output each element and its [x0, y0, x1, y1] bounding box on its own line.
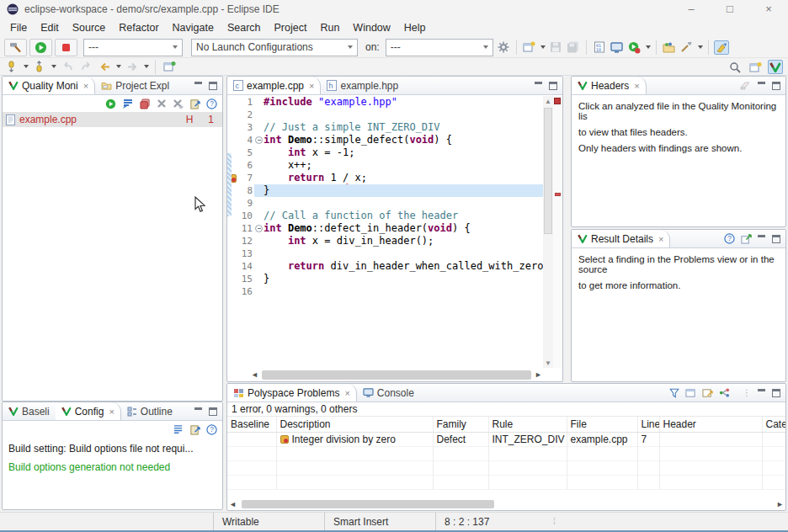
- search-icon[interactable]: [727, 60, 743, 74]
- problem-row[interactable]: Integer division by zeroDefectINT_ZERO_D…: [227, 432, 786, 446]
- menu-help[interactable]: Help: [397, 22, 433, 34]
- run-button[interactable]: [29, 39, 52, 56]
- maximize-view-icon[interactable]: [772, 389, 780, 397]
- run-history-button[interactable]: [627, 40, 642, 55]
- perspective-grid-icon[interactable]: [748, 60, 763, 74]
- build-button[interactable]: [4, 39, 27, 56]
- new-wizard-button[interactable]: [522, 40, 537, 55]
- back-history-button[interactable]: [97, 60, 112, 74]
- close-icon[interactable]: ×: [309, 81, 314, 91]
- menu-edit[interactable]: Edit: [34, 22, 66, 34]
- menu-search[interactable]: Search: [221, 22, 268, 34]
- forward-history-button[interactable]: [125, 60, 140, 74]
- open-type-button[interactable]: [662, 40, 677, 55]
- show-log-icon[interactable]: [122, 98, 134, 109]
- help-icon[interactable]: ?: [206, 98, 217, 109]
- link-results-icon[interactable]: [719, 388, 730, 398]
- code-line-5[interactable]: 5 int x = -1;: [227, 146, 543, 159]
- close-icon[interactable]: ×: [634, 81, 639, 91]
- code-line-6[interactable]: 6 x++;: [227, 159, 543, 172]
- minimize-view-icon[interactable]: [535, 82, 543, 89]
- editor-vertical-scrollbar[interactable]: ▲ ▼: [543, 96, 553, 368]
- close-icon[interactable]: ×: [658, 234, 663, 244]
- search-wand-dropdown[interactable]: [698, 45, 703, 49]
- view-menu-icon[interactable]: ⋮: [743, 388, 752, 397]
- open-perspective-button[interactable]: [162, 60, 177, 74]
- launch-settings-gear-icon[interactable]: [496, 40, 511, 55]
- code-line-14[interactable]: 14 return div_in_header_when_called_with…: [227, 260, 543, 273]
- stop-button[interactable]: [55, 39, 77, 56]
- code-line-10[interactable]: 10// Call a function of the header: [227, 210, 543, 222]
- tab-example-cpp[interactable]: c example.cpp ×: [227, 77, 321, 94]
- export-options-icon[interactable]: [189, 424, 200, 435]
- code-line-16[interactable]: 16: [227, 285, 543, 298]
- error-marker[interactable]: [555, 193, 561, 196]
- remove-result-icon[interactable]: [157, 98, 167, 109]
- open-in-new-icon[interactable]: [741, 234, 752, 244]
- minimize-view-icon[interactable]: [758, 82, 766, 89]
- maximize-view-icon[interactable]: [772, 82, 780, 90]
- menu-project[interactable]: Project: [268, 22, 314, 34]
- menu-window[interactable]: Window: [346, 22, 397, 34]
- code-line-11[interactable]: 11int Demo::defect_in_header(void) {: [227, 222, 543, 235]
- launch-config-combo[interactable]: No Launch Configurations: [191, 39, 358, 56]
- close-icon[interactable]: ×: [109, 407, 114, 417]
- code-line-15[interactable]: 15}: [227, 273, 543, 285]
- window-close-button[interactable]: ×: [749, 0, 788, 19]
- window-minimize-button[interactable]: –: [672, 0, 711, 19]
- maximize-view-icon[interactable]: [772, 235, 780, 243]
- close-icon[interactable]: ×: [344, 388, 349, 398]
- polyspace-perspective-button[interactable]: [768, 60, 783, 74]
- tab-quality-monitoring[interactable]: Quality Moni ×: [3, 77, 95, 94]
- problems-table[interactable]: BaselineDescriptionFamilyRuleFileLineHea…: [227, 417, 786, 490]
- column-header-description[interactable]: Description: [276, 417, 433, 432]
- menu-navigate[interactable]: Navigate: [166, 22, 221, 34]
- column-header-line[interactable]: Line: [637, 417, 659, 432]
- problems-horizontal-scrollbar[interactable]: ◄ ►: [229, 498, 784, 509]
- filter-icon[interactable]: [669, 388, 679, 398]
- tab-config[interactable]: Config ×: [56, 402, 121, 420]
- tab-baseline[interactable]: Baseli: [3, 402, 56, 420]
- minimize-view-icon[interactable]: [758, 389, 766, 396]
- tab-headers[interactable]: Headers ×: [572, 77, 647, 94]
- minimize-view-icon[interactable]: [758, 235, 766, 242]
- maximize-view-icon[interactable]: [209, 407, 217, 416]
- run-analysis-icon[interactable]: [105, 98, 116, 109]
- eraser-icon[interactable]: [740, 81, 752, 90]
- new-wizard-dropdown[interactable]: [540, 45, 546, 49]
- back-history-dropdown[interactable]: [116, 65, 121, 68]
- column-header-family[interactable]: Family: [433, 417, 488, 432]
- save-button[interactable]: [548, 40, 563, 55]
- help-icon[interactable]: ?: [724, 233, 735, 244]
- menu-file[interactable]: File: [3, 22, 34, 34]
- menu-refactor[interactable]: Refactor: [112, 22, 165, 34]
- menu-run[interactable]: Run: [313, 22, 346, 34]
- tab-console[interactable]: Console: [357, 384, 420, 402]
- import-findings-icon[interactable]: [702, 388, 713, 398]
- prev-annotation-dropdown[interactable]: [51, 65, 56, 68]
- code-line-13[interactable]: 13: [227, 247, 543, 260]
- marker-toggle-button[interactable]: [714, 40, 729, 55]
- clean-results-icon[interactable]: [140, 98, 151, 109]
- tab-result-details[interactable]: Result Details ×: [572, 230, 670, 247]
- column-header-file[interactable]: File: [567, 417, 637, 432]
- code-line-7[interactable]: 7 return 1 / x;: [227, 172, 543, 184]
- search-wand-button[interactable]: [679, 40, 695, 55]
- code-line-1[interactable]: 1#include "example.hpp": [227, 96, 543, 109]
- forward-nav-button[interactable]: [78, 60, 93, 74]
- code-line-12[interactable]: 12 int x = div_in_header();: [227, 235, 543, 247]
- tab-example-hpp[interactable]: h example.hpp: [321, 77, 404, 94]
- next-annotation-button[interactable]: [4, 60, 19, 74]
- minimize-view-icon[interactable]: [194, 407, 203, 415]
- fold-collapse-icon[interactable]: [254, 222, 264, 235]
- back-nav-button[interactable]: [60, 60, 75, 74]
- overview-ruler[interactable]: [553, 96, 562, 368]
- target-combo[interactable]: ---: [386, 39, 493, 56]
- build-config-combo[interactable]: ---: [83, 39, 183, 56]
- binary-view-button[interactable]: 0110: [592, 40, 607, 55]
- forward-history-dropdown[interactable]: [144, 65, 149, 68]
- next-annotation-dropdown[interactable]: [24, 65, 29, 68]
- code-line-3[interactable]: 3// Just a simple INT_ZERO_DIV: [227, 121, 543, 134]
- maximize-view-icon[interactable]: [209, 82, 217, 90]
- help-icon[interactable]: ?: [206, 424, 217, 435]
